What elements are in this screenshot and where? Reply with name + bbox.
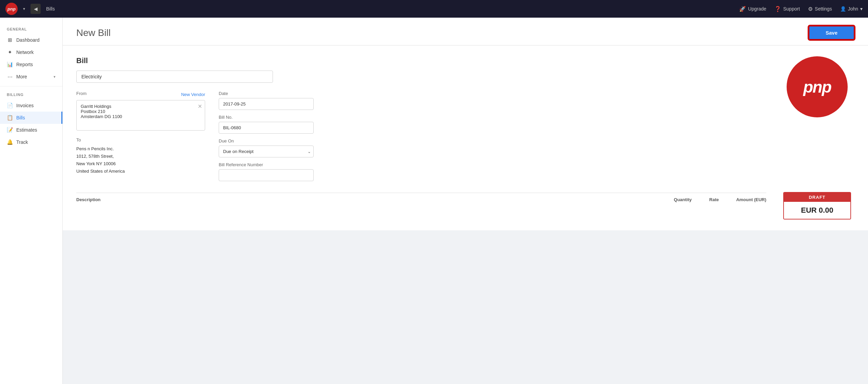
topnav: pnp ▾ ◀ Bills 🚀 Upgrade ❓ Support ⚙ Sett… [0,0,868,18]
sidebar-item-bills[interactable]: 📋 Bills [0,112,62,124]
sidebar-item-track[interactable]: 🔔 Track [0,136,62,148]
to-section: To Pens n Pencils Inc. 1012, 578th Stree… [76,137,205,175]
to-line4: United States of America [76,168,205,175]
bill-no-field: Bill No. [219,115,314,134]
bill-ref-label: Bill Reference Number [219,162,314,167]
bill-ref-input[interactable] [219,169,314,181]
bill-ref-field: Bill Reference Number [219,162,314,181]
sidebar-item-label: Network [16,50,34,55]
user-avatar-icon: 👤 [840,6,846,12]
from-label: From [76,91,86,96]
settings-action[interactable]: ⚙ Settings [808,6,832,12]
upgrade-action[interactable]: 🚀 Upgrade [739,6,766,12]
support-action[interactable]: ❓ Support [774,6,800,12]
billing-section-label: BILLING [0,93,62,99]
vendor-address-box: Garritt Holdings Postbox 210 Amsterdam D… [76,100,205,131]
sidebar: GENERAL ⊞ Dashboard ✦ Network 📊 Reports … [0,18,63,384]
to-label: To [76,137,205,142]
upgrade-icon: 🚀 [739,6,746,12]
support-icon: ❓ [774,6,781,12]
bills-icon: 📋 [7,115,13,121]
sidebar-item-dashboard[interactable]: ⊞ Dashboard [0,34,62,46]
logo-text: pnp [803,78,831,96]
bill-no-input[interactable] [219,122,314,134]
to-line3: New York NY 10006 [76,160,205,168]
page-title: New Bill [76,27,111,38]
vendor-clear-icon[interactable]: ✕ [198,103,202,110]
draft-badge: DRAFT EUR 0.00 [783,192,851,219]
estimates-icon: 📝 [7,127,13,133]
draft-amount: EUR 0.00 [784,202,850,219]
user-menu[interactable]: 👤 John ▾ [840,6,863,12]
draft-label: DRAFT [784,193,850,202]
page-header: New Bill Save [63,18,868,45]
settings-icon: ⚙ [808,6,813,12]
date-fields-section: Date Bill No. Due On [219,91,314,186]
to-address: Pens n Pencils Inc. 1012, 578th Street, … [76,145,205,175]
sidebar-item-invoices[interactable]: 📄 Invoices [0,99,62,112]
to-line1: Pens n Pencils Inc. [76,145,205,153]
save-button[interactable]: Save [809,26,854,40]
sidebar-item-label: More [16,74,27,79]
right-panel: pnp DRAFT EUR 0.00 [780,56,854,219]
vendor-box-wrapper: Garritt Holdings Postbox 210 Amsterdam D… [76,100,205,131]
due-on-select[interactable]: Due on Receipt Net 15 Net 30 Net 60 Cust… [219,146,314,157]
bill-name-input[interactable] [76,71,273,83]
new-vendor-link[interactable]: New Vendor [181,92,205,97]
due-on-label: Due On [219,138,314,143]
to-line2: 1012, 578th Street, [76,153,205,160]
sidebar-item-label: Track [16,139,28,145]
app-logo: pnp [5,3,18,15]
table-header: Description Quantity Rate Amount (EUR) [76,193,766,206]
more-icon: ⋯ [7,74,13,80]
sidebar-item-more[interactable]: ⋯ More ▾ [0,71,62,83]
vendor-line1: Garritt Holdings [81,104,194,109]
date-label: Date [219,91,314,96]
sidebar-divider [0,86,62,87]
sidebar-item-label: Dashboard [16,37,40,43]
dashboard-icon: ⊞ [7,37,13,43]
date-field: Date [219,91,314,110]
bill-heading: Bill [76,56,766,65]
sidebar-item-label: Estimates [16,127,37,133]
track-icon: 🔔 [7,139,13,145]
bill-form: Bill From New Vendor Garritt Holdings [63,45,868,230]
sidebar-item-network[interactable]: ✦ Network [0,46,62,58]
company-logo: pnp [787,56,848,117]
sidebar-item-label: Invoices [16,103,34,108]
sidebar-item-label: Bills [16,115,25,120]
th-description: Description [76,197,651,202]
vendor-line3: Amsterdam DG 1100 [81,114,194,119]
vendor-line2: Postbox 210 [81,109,194,114]
th-amount: Amount (EUR) [719,197,766,202]
network-icon: ✦ [7,49,13,55]
from-to-section: From New Vendor Garritt Holdings Postbox… [76,91,205,186]
sidebar-item-reports[interactable]: 📊 Reports [0,58,62,71]
main-content: New Bill Save Bill From New Vendor [63,18,868,384]
topnav-actions: 🚀 Upgrade ❓ Support ⚙ Settings 👤 John ▾ [739,6,863,12]
th-rate: Rate [692,197,719,202]
sidebar-item-label: Reports [16,62,33,67]
due-on-select-wrapper: Due on Receipt Net 15 Net 30 Net 60 Cust… [219,146,314,157]
reports-icon: 📊 [7,61,13,68]
back-button[interactable]: ◀ [31,4,41,14]
th-quantity: Quantity [651,197,692,202]
logo-caret[interactable]: ▾ [23,6,25,11]
bill-no-label: Bill No. [219,115,314,120]
user-caret-icon: ▾ [860,6,863,12]
breadcrumb: Bills [46,6,55,12]
more-caret-icon: ▾ [54,75,56,79]
invoices-icon: 📄 [7,102,13,109]
date-input[interactable] [219,98,314,110]
due-on-field: Due On Due on Receipt Net 15 Net 30 Net … [219,138,314,157]
sidebar-item-estimates[interactable]: 📝 Estimates [0,124,62,136]
general-section-label: GENERAL [0,27,62,34]
